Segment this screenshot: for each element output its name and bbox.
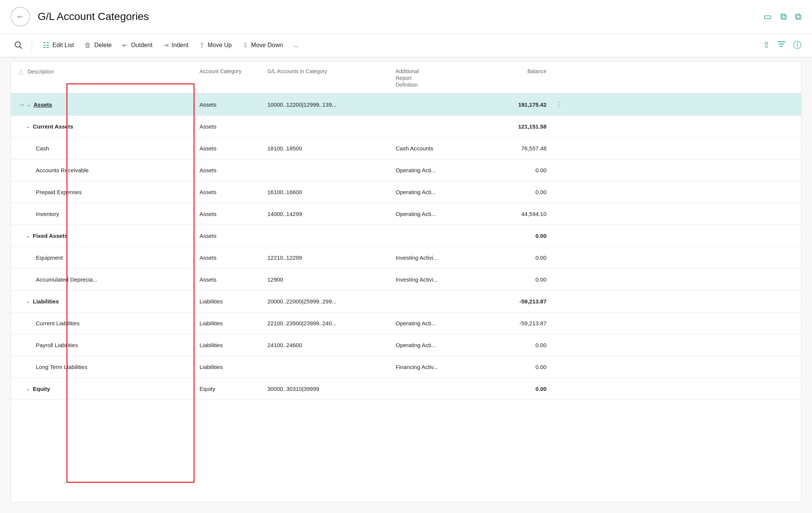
expand-icon[interactable]: ⧉ [795, 11, 801, 22]
table-row[interactable]: ⌄ Liabilities Liabilities 20000..22000|2… [11, 291, 801, 312]
gl-accounts-cell: 16100..16600 [264, 185, 392, 199]
account-category-cell: Assets [196, 251, 264, 265]
col-header-additional-report: AdditionalReportDefinition [392, 62, 482, 93]
chevron-icon[interactable]: ⌄ [26, 386, 31, 392]
additional-report-cell [392, 101, 482, 108]
additional-report-cell [392, 297, 482, 305]
table-row[interactable]: Current Liabilities Liabilities 22100..2… [11, 312, 801, 334]
account-category-cell: Liabilities [196, 338, 264, 352]
table-row[interactable]: ⌄ Equity Equity 30000..30310|39999 0.00 [11, 378, 801, 400]
filter-icon[interactable] [777, 40, 786, 51]
delete-icon: 🗑 [84, 41, 91, 49]
account-category-cell: Liabilities [196, 294, 264, 308]
move-down-icon: ⇩ [243, 41, 248, 49]
content-area: △ Description Account Category G/L Accou… [0, 58, 812, 513]
additional-report-cell: Cash Accounts [392, 141, 482, 155]
table-row[interactable]: ⌄ Fixed Assets Assets 0.00 [11, 225, 801, 247]
toolbar-right-icons: ⇧ ⓘ [763, 40, 801, 51]
outdent-button[interactable]: ⇤ Outdent [117, 38, 158, 52]
gl-accounts-cell: 22100..23500|23999..240... [264, 316, 392, 330]
col-header-balance: Balance [482, 62, 550, 93]
toolbar: ☷ Edit List 🗑 Delete ⇤ Outdent ⇥ Indent … [0, 34, 812, 58]
additional-report-cell: Operating Acti... [392, 207, 482, 221]
chevron-icon[interactable]: ⌄ [26, 233, 31, 239]
row-description: Prepaid Expenses [36, 189, 82, 195]
table-row[interactable]: Long Term Liabilities Liabilities Financ… [11, 356, 801, 378]
row-description: Payroll Liabilities [36, 342, 78, 348]
description-cell: ⌄ Fixed Assets [15, 229, 196, 243]
description-cell: Long Term Liabilities [15, 360, 196, 374]
balance-cell: 191,175.42 [482, 98, 550, 112]
additional-report-cell [392, 232, 482, 239]
external-link-icon[interactable]: ⧉ [780, 11, 787, 22]
table-row[interactable]: ⌄ Current Assets Assets 121,151.58 [11, 116, 801, 138]
additional-report-cell: Investing Activi... [392, 273, 482, 286]
back-button[interactable]: ← [11, 7, 30, 26]
share-icon[interactable]: ⇧ [763, 40, 770, 50]
dots-cell[interactable]: ⋮ [550, 96, 562, 112]
account-category-cell: Assets [196, 185, 264, 199]
title-icon-group: ▭ ⧉ ⧉ [763, 11, 801, 22]
account-category-cell: Assets [196, 119, 264, 133]
description-cell: Inventory [15, 207, 196, 221]
row-description: Assets [34, 101, 52, 108]
outdent-icon: ⇤ [122, 41, 128, 49]
gl-accounts-cell: 12210..12299 [264, 251, 392, 265]
balance-cell: -59,213.87 [482, 316, 550, 330]
chevron-icon[interactable]: ⌄ [26, 123, 31, 129]
gl-accounts-cell [264, 363, 392, 371]
svg-point-0 [15, 42, 20, 47]
table-row[interactable]: Accumulated Deprecia... Assets 12900 Inv… [11, 269, 801, 291]
balance-cell: 0.00 [482, 229, 550, 243]
search-button[interactable] [11, 37, 26, 53]
col-header-account-category: Account Category [196, 62, 264, 93]
chevron-icon[interactable]: ⌄ [27, 101, 31, 107]
move-down-button[interactable]: ⇩ Move Down [237, 38, 288, 52]
table-row[interactable]: Cash Assets 18100..18500 Cash Accounts 7… [11, 138, 801, 159]
row-description: Cash [36, 145, 49, 152]
edit-list-label: Edit List [52, 42, 74, 49]
row-description: Accounts Receivable [36, 167, 89, 173]
table-row[interactable]: Payroll Liabilities Liabilities 24100..2… [11, 334, 801, 356]
account-category-cell: Liabilities [196, 316, 264, 330]
row-description: Current Liabilities [36, 320, 80, 326]
row-context-menu[interactable]: ⋮ [554, 99, 564, 110]
row-description: Inventory [36, 211, 59, 217]
page-title: G/L Account Categories [38, 11, 763, 23]
description-cell: Prepaid Expenses [15, 185, 196, 199]
balance-cell: 76,557.48 [482, 141, 550, 155]
outdent-label: Outdent [131, 42, 152, 49]
balance-cell: 0.00 [482, 251, 550, 265]
additional-report-cell [392, 385, 482, 392]
edit-list-icon: ☷ [43, 41, 49, 50]
table-row[interactable]: Equipment Assets 12210..12299 Investing … [11, 247, 801, 269]
delete-button[interactable]: 🗑 Delete [79, 38, 117, 52]
more-button[interactable]: ... [288, 39, 304, 52]
indent-button[interactable]: ⇥ Indent [158, 38, 193, 52]
delete-label: Delete [94, 42, 112, 49]
bookmark-icon[interactable]: ▭ [763, 11, 772, 22]
chevron-icon[interactable]: ⌄ [26, 298, 31, 304]
gl-accounts-cell: 18100..18500 [264, 141, 392, 155]
move-up-button[interactable]: ⇧ Move Up [194, 38, 237, 52]
account-category-cell: Equity [196, 382, 264, 396]
table-row[interactable]: Accounts Receivable Assets Operating Act… [11, 159, 801, 181]
col-header-description: △ Description [15, 62, 196, 93]
description-cell: Cash [15, 141, 196, 155]
main-window: ← G/L Account Categories ▭ ⧉ ⧉ ☷ Edit Li… [0, 0, 812, 513]
gl-accounts-cell: 12900 [264, 273, 392, 286]
row-description: Accumulated Deprecia... [36, 276, 97, 283]
row-description: Fixed Assets [33, 233, 68, 239]
balance-cell: 121,151.58 [482, 119, 550, 133]
table-row[interactable]: Prepaid Expenses Assets 16100..16600 Ope… [11, 181, 801, 203]
description-cell: ⌄ Equity [15, 382, 196, 396]
edit-list-button[interactable]: ☷ Edit List [37, 38, 79, 53]
description-cell: ⌄ Current Assets [15, 119, 196, 133]
gl-accounts-cell: 14000..14299 [264, 207, 392, 221]
table-row[interactable]: → ⌄ Assets Assets 10000..12200|12999..13… [11, 94, 801, 116]
indent-label: Indent [172, 42, 188, 49]
table-header: △ Description Account Category G/L Accou… [11, 62, 801, 94]
account-category-cell: Assets [196, 229, 264, 243]
info-icon[interactable]: ⓘ [793, 40, 801, 51]
table-row[interactable]: Inventory Assets 14000..14299 Operating … [11, 203, 801, 225]
